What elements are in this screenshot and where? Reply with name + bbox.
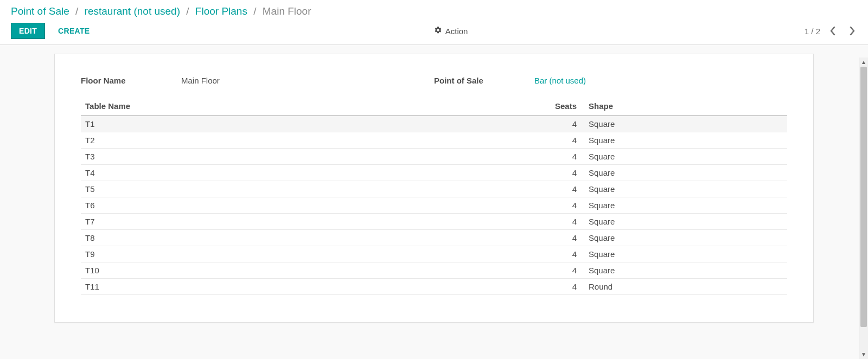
table-row[interactable]: T54Square [81,181,787,197]
breadcrumb-current: Main Floor [263,5,311,17]
form-fields: Floor Name Main Floor Point of Sale Bar … [81,76,787,85]
cell-shape: Square [581,262,787,279]
cell-table-name: T5 [81,181,538,197]
breadcrumb: Point of Sale / restaurant (not used) / … [0,0,868,20]
floor-name-label: Floor Name [81,76,181,85]
breadcrumb-separator: / [253,5,256,17]
table-row[interactable]: T34Square [81,149,787,165]
breadcrumb-link-floorplans[interactable]: Floor Plans [195,5,247,17]
cell-table-name: T1 [81,116,538,132]
cell-table-name: T7 [81,214,538,230]
cell-table-name: T6 [81,197,538,214]
chevron-right-icon [848,26,855,36]
cell-shape: Square [581,214,787,230]
toolbar: EDIT CREATE Action 1 / 2 [0,20,868,45]
create-button[interactable]: CREATE [50,23,97,39]
action-menu[interactable]: Action [434,26,468,36]
form-sheet: Floor Name Main Floor Point of Sale Bar … [54,54,814,323]
scroll-down-icon[interactable]: ▼ [859,350,868,359]
breadcrumb-separator: / [186,5,189,17]
gear-icon [434,26,442,36]
cell-shape: Square [581,116,787,132]
cell-seats: 4 [538,149,581,165]
cell-table-name: T10 [81,262,538,279]
cell-shape: Square [581,181,787,197]
cell-seats: 4 [538,197,581,214]
table-row[interactable]: T94Square [81,246,787,262]
breadcrumb-link-restaurant[interactable]: restaurant (not used) [85,5,180,17]
cell-shape: Square [581,246,787,262]
cell-seats: 4 [538,262,581,279]
pager-text: 1 / 2 [805,27,820,36]
floor-name-value: Main Floor [181,76,220,85]
cell-seats: 4 [538,132,581,149]
cell-shape: Square [581,132,787,149]
breadcrumb-link-pos[interactable]: Point of Sale [11,5,69,17]
col-header-shape[interactable]: Shape [581,97,787,116]
cell-shape: Square [581,165,787,181]
cell-shape: Square [581,230,787,246]
cell-seats: 4 [538,230,581,246]
action-menu-label: Action [445,27,468,36]
content-area: Floor Name Main Floor Point of Sale Bar … [16,45,852,359]
cell-table-name: T3 [81,149,538,165]
cell-seats: 4 [538,246,581,262]
cell-table-name: T4 [81,165,538,181]
cell-table-name: T9 [81,246,538,262]
chevron-left-icon [830,26,837,36]
table-row[interactable]: T44Square [81,165,787,181]
cell-table-name: T11 [81,279,538,295]
table-row[interactable]: T114Round [81,279,787,295]
col-header-seats[interactable]: Seats [538,97,581,116]
cell-shape: Square [581,149,787,165]
cell-seats: 4 [538,214,581,230]
cell-shape: Square [581,197,787,214]
pager-prev-button[interactable] [828,26,839,36]
pager-next-button[interactable] [846,26,857,36]
scrollbar-thumb[interactable] [860,67,867,327]
table-row[interactable]: T24Square [81,132,787,149]
cell-shape: Round [581,279,787,295]
tables-list: Table Name Seats Shape T14SquareT24Squar… [81,97,787,295]
cell-table-name: T8 [81,230,538,246]
cell-seats: 4 [538,181,581,197]
pos-value-link[interactable]: Bar (not used) [534,76,586,85]
table-row[interactable]: T104Square [81,262,787,279]
table-row[interactable]: T64Square [81,197,787,214]
col-header-name[interactable]: Table Name [81,97,538,116]
table-row[interactable]: T74Square [81,214,787,230]
cell-table-name: T2 [81,132,538,149]
edit-button[interactable]: EDIT [11,23,45,39]
pos-label: Point of Sale [434,76,534,85]
vertical-scrollbar[interactable]: ▲ ▼ [859,57,868,359]
breadcrumb-separator: / [75,5,78,17]
table-row[interactable]: T14Square [81,116,787,132]
cell-seats: 4 [538,116,581,132]
scroll-up-icon[interactable]: ▲ [859,57,868,67]
cell-seats: 4 [538,279,581,295]
table-row[interactable]: T84Square [81,230,787,246]
cell-seats: 4 [538,165,581,181]
